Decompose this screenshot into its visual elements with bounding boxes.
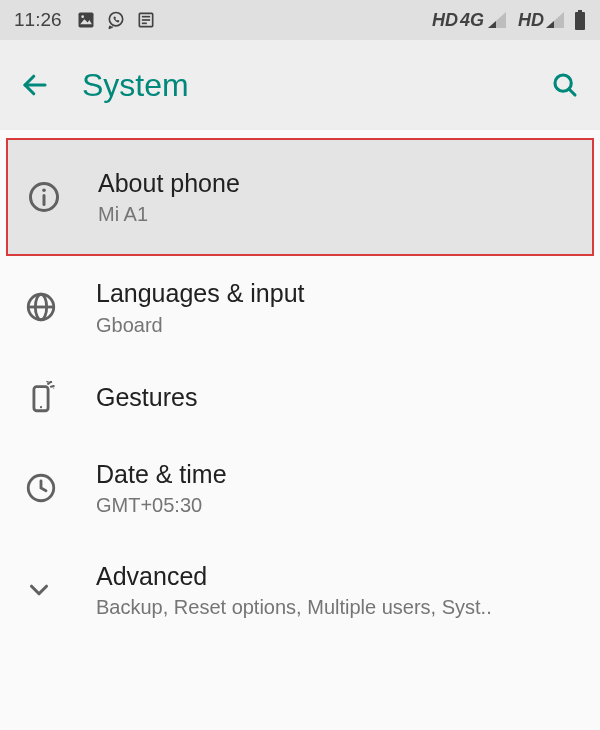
svg-point-24: [40, 406, 42, 408]
status-bar: 11:26 HD 4G HD: [0, 0, 600, 40]
item-title: Gestures: [96, 382, 580, 413]
hd-indicator-2: HD: [518, 10, 544, 31]
app-bar: System: [0, 40, 600, 130]
item-advanced[interactable]: Advanced Backup, Reset options, Multiple…: [0, 539, 600, 641]
item-subtitle: Mi A1: [98, 203, 558, 226]
item-languages-input[interactable]: Languages & input Gboard: [0, 256, 600, 358]
page-title: System: [82, 67, 550, 104]
item-gestures[interactable]: Gestures: [0, 359, 600, 437]
signal-icon-2: [546, 12, 564, 28]
clock-icon: [24, 471, 58, 505]
network-type: 4G: [460, 10, 484, 31]
svg-point-3: [109, 13, 122, 26]
svg-point-25: [51, 381, 52, 382]
search-button[interactable]: [550, 70, 580, 100]
svg-marker-8: [488, 12, 506, 28]
hd-indicator-1: HD: [432, 10, 458, 31]
signal-icon-1: [488, 12, 506, 28]
svg-marker-10: [546, 12, 564, 28]
chevron-down-icon: [24, 575, 54, 605]
status-time: 11:26: [14, 9, 62, 31]
svg-line-16: [569, 89, 575, 95]
svg-point-26: [53, 387, 54, 388]
item-subtitle: Backup, Reset options, Multiple users, S…: [96, 596, 556, 619]
svg-rect-13: [575, 12, 585, 30]
item-subtitle: Gboard: [96, 314, 556, 337]
info-icon: [26, 179, 62, 215]
item-title: Advanced: [96, 561, 580, 592]
item-date-time[interactable]: Date & time GMT+05:30: [0, 437, 600, 539]
globe-icon: [24, 290, 58, 324]
svg-point-2: [81, 15, 84, 18]
item-title: About phone: [98, 168, 578, 199]
svg-rect-12: [578, 10, 582, 12]
item-title: Languages & input: [96, 278, 580, 309]
svg-rect-0: [78, 13, 93, 28]
back-button[interactable]: [20, 70, 50, 100]
item-about-phone[interactable]: About phone Mi A1: [6, 138, 594, 256]
item-subtitle: GMT+05:30: [96, 494, 556, 517]
gallery-icon: [76, 10, 96, 30]
svg-point-19: [42, 189, 46, 193]
news-icon: [136, 10, 156, 30]
item-title: Date & time: [96, 459, 580, 490]
battery-icon: [574, 10, 586, 30]
settings-list: About phone Mi A1 Languages & input Gboa…: [0, 130, 600, 641]
gestures-icon: [24, 381, 58, 415]
whatsapp-icon: [106, 10, 126, 30]
